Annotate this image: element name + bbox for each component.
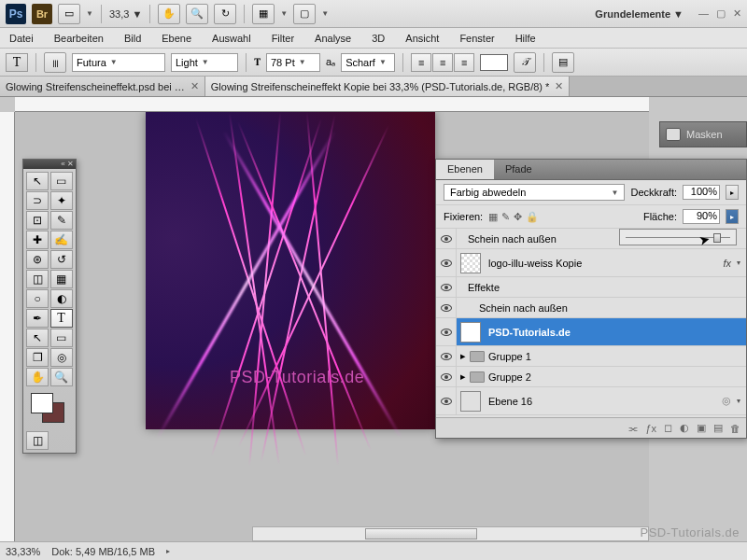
close-icon[interactable]: ✕ xyxy=(733,7,741,20)
layer-row-selected[interactable]: T PSD-Tutorials.de xyxy=(436,318,746,346)
bridge-icon[interactable]: Br xyxy=(32,4,52,24)
workspace-dropdown[interactable]: Grundelemente ▼ xyxy=(595,8,684,20)
effects-header[interactable]: Effekte xyxy=(436,277,746,298)
fill-input[interactable]: 90% xyxy=(683,209,720,224)
adjustment-layer-icon[interactable]: ◐ xyxy=(680,422,689,434)
align-left-button[interactable]: ≡ xyxy=(411,53,431,72)
screen-mode-button[interactable]: ▭ xyxy=(58,4,80,24)
blur-tool[interactable]: ○ xyxy=(26,289,49,308)
layer-row[interactable]: Ebene 16 ◎ ▾ xyxy=(436,387,746,415)
lasso-tool[interactable]: ⊃ xyxy=(26,191,49,210)
menu-fenster[interactable]: Fenster xyxy=(456,31,498,46)
quickmask-tool[interactable]: ◫ xyxy=(26,431,49,450)
text-orientation-button[interactable]: ⫼ xyxy=(44,52,66,73)
opacity-input[interactable]: 100% xyxy=(683,185,720,200)
lock-all-icon[interactable]: 🔒 xyxy=(526,211,539,223)
group-row[interactable]: ▸ Gruppe 1 xyxy=(436,346,746,367)
status-dropdown[interactable]: ▸ xyxy=(166,547,170,555)
tab-ebenen[interactable]: Ebenen xyxy=(436,160,494,179)
layer-list[interactable]: ➤ Schein nach außen logo-illu-weiss Kopi… xyxy=(436,229,746,417)
document-tab-2[interactable]: Glowing Streifenscheineffekt Kopie bei 3… xyxy=(205,77,571,96)
type-tool[interactable]: T xyxy=(50,309,73,328)
opacity-slider-button[interactable]: ▸ xyxy=(726,185,739,200)
brush-tool[interactable]: ✍ xyxy=(50,231,73,249)
visibility-icon[interactable] xyxy=(441,398,452,405)
menu-auswahl[interactable]: Auswahl xyxy=(208,31,255,46)
text-layer-thumbnail[interactable]: T xyxy=(460,322,481,343)
zoom-tool[interactable]: 🔍 xyxy=(50,368,73,386)
fill-slider-button[interactable]: ▸ xyxy=(726,209,739,224)
3d-tool[interactable]: ❐ xyxy=(26,348,49,367)
tools-panel-header[interactable]: « ✕ xyxy=(23,160,76,169)
dodge-tool[interactable]: ◐ xyxy=(50,289,73,308)
crop-tool[interactable]: ⊡ xyxy=(26,211,49,230)
tools-panel[interactable]: « ✕ ↖ ▭ ⊃ ✦ ⊡ ✎ ✚ ✍ ⊛ ↺ ◫ ▦ ○ ◐ ✒ T ↖ ▭ … xyxy=(22,159,77,454)
horizontal-scrollbar[interactable] xyxy=(252,526,649,541)
expand-icon[interactable]: ▸ xyxy=(457,350,470,362)
visibility-icon[interactable] xyxy=(441,259,452,267)
minimize-icon[interactable]: — xyxy=(698,7,709,20)
fx-badge[interactable]: fx xyxy=(723,258,731,269)
antialias-select[interactable]: Scharf▼ xyxy=(341,53,395,72)
fill-slider-popup[interactable] xyxy=(619,229,737,245)
status-docsize[interactable]: Dok: 5,49 MB/16,5 MB xyxy=(51,546,155,557)
blend-mode-select[interactable]: Farbig abwedeln▼ xyxy=(444,184,625,201)
menu-3d[interactable]: 3D xyxy=(368,31,388,46)
visibility-icon[interactable] xyxy=(441,284,452,291)
link-layers-icon[interactable]: ⫘ xyxy=(627,423,638,434)
slider-thumb[interactable] xyxy=(713,233,721,243)
move-tool[interactable]: ↖ xyxy=(26,172,49,190)
expand-icon[interactable]: ▸ xyxy=(457,371,470,383)
smartfilter-icon[interactable]: ◎ xyxy=(722,395,731,407)
3d-camera-tool[interactable]: ◎ xyxy=(50,348,73,367)
menu-hilfe[interactable]: Hilfe xyxy=(512,31,540,46)
layers-panel[interactable]: Ebenen Pfade Farbig abwedeln▼ Deckkraft:… xyxy=(435,159,747,439)
layer-mask-icon[interactable]: ◻ xyxy=(664,422,672,434)
text-color-swatch[interactable] xyxy=(480,54,508,71)
rotate-view-button[interactable]: ↻ xyxy=(214,4,236,24)
foreground-color[interactable] xyxy=(31,393,53,413)
layer-thumbnail[interactable] xyxy=(460,253,481,273)
gradient-tool[interactable]: ▦ xyxy=(50,270,73,288)
maximize-icon[interactable]: ▢ xyxy=(716,7,726,20)
path-select-tool[interactable]: ↖ xyxy=(26,329,49,347)
new-group-icon[interactable]: ▣ xyxy=(697,422,706,434)
visibility-icon[interactable] xyxy=(441,235,452,243)
delete-layer-icon[interactable]: 🗑 xyxy=(730,423,740,434)
font-family-select[interactable]: Futura▼ xyxy=(72,53,165,72)
menu-analyse[interactable]: Analyse xyxy=(311,31,355,46)
photoshop-icon[interactable]: Ps xyxy=(6,4,26,24)
document-tab-1[interactable]: Glowing Streifenscheineffekt.psd bei …✕ xyxy=(0,77,205,96)
ruler-vertical[interactable] xyxy=(0,112,15,541)
history-brush-tool[interactable]: ↺ xyxy=(50,250,73,269)
heal-tool[interactable]: ✚ xyxy=(26,231,49,249)
wand-tool[interactable]: ✦ xyxy=(50,191,73,210)
menu-ebene[interactable]: Ebene xyxy=(158,31,195,46)
visibility-icon[interactable] xyxy=(441,373,452,381)
eyedropper-tool[interactable]: ✎ xyxy=(50,211,73,230)
menu-ansicht[interactable]: Ansicht xyxy=(402,31,443,46)
group-row[interactable]: ▸ Gruppe 2 xyxy=(436,367,746,387)
hand-tool[interactable]: ✋ xyxy=(26,368,49,386)
screen-button[interactable]: ▢ xyxy=(293,4,316,24)
menu-bild[interactable]: Bild xyxy=(120,31,145,46)
ruler-horizontal[interactable] xyxy=(15,97,649,112)
zoom-tool-button[interactable]: 🔍 xyxy=(186,4,208,24)
eraser-tool[interactable]: ◫ xyxy=(26,270,49,288)
align-right-button[interactable]: ≡ xyxy=(454,53,474,72)
canvas[interactable]: PSD-Tutorials.de xyxy=(146,112,435,429)
status-zoom[interactable]: 33,33% xyxy=(6,546,40,557)
hand-tool-button[interactable]: ✋ xyxy=(158,4,180,24)
align-center-button[interactable]: ≡ xyxy=(432,53,453,72)
font-size-select[interactable]: 78 Pt▼ xyxy=(266,53,320,72)
pen-tool[interactable]: ✒ xyxy=(26,309,49,328)
marquee-tool[interactable]: ▭ xyxy=(50,172,73,190)
layer-row[interactable]: logo-illu-weiss Kopie fx ▾ xyxy=(436,249,746,277)
lock-position-icon[interactable]: ✥ xyxy=(514,211,522,223)
effect-row[interactable]: Schein nach außen xyxy=(436,298,746,318)
masks-panel[interactable]: Masken xyxy=(659,121,747,147)
visibility-icon[interactable] xyxy=(441,353,452,360)
new-layer-icon[interactable]: ▤ xyxy=(713,422,723,434)
arrange-button[interactable]: ▦ xyxy=(252,4,275,24)
warp-text-button[interactable]: 𝒯 xyxy=(514,52,536,73)
